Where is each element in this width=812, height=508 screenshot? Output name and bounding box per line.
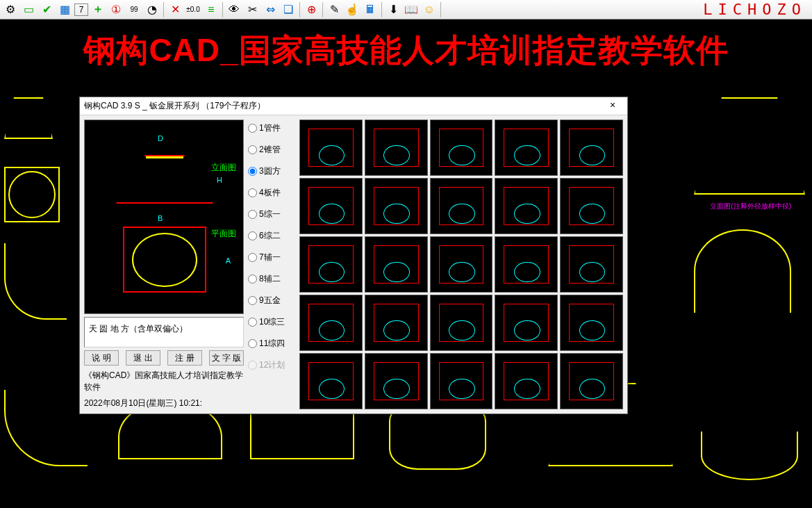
dialog-titlebar[interactable]: 钢构CAD 3.9 S _ 钣金展开系列 （179个子程序） × bbox=[80, 97, 627, 115]
plus-icon[interactable]: ＋ bbox=[90, 1, 106, 18]
elevation-label: 立面图 bbox=[211, 162, 236, 174]
shape-thumbnail[interactable] bbox=[365, 178, 428, 234]
eye-icon[interactable]: 👁 bbox=[226, 1, 242, 18]
zoom-plus-icon[interactable]: ⊕ bbox=[303, 1, 320, 18]
rect-green-icon[interactable]: ▭ bbox=[20, 1, 37, 18]
shape-thumbnail[interactable] bbox=[560, 120, 623, 176]
arrows-h-icon[interactable]: ⇔ bbox=[262, 1, 279, 18]
bg-sketch bbox=[4, 390, 88, 466]
shape-thumbnail[interactable] bbox=[299, 120, 363, 176]
thumbnail-grid bbox=[299, 120, 623, 409]
shape-thumbnail[interactable] bbox=[299, 178, 363, 234]
shape-thumbnail[interactable] bbox=[365, 353, 428, 409]
bg-sketch bbox=[694, 229, 791, 313]
check-icon[interactable]: ✔ bbox=[38, 1, 55, 18]
category-radio-2[interactable]: 2锥管 bbox=[248, 144, 295, 156]
category-radio-5[interactable]: 5综一 bbox=[248, 208, 295, 220]
scissors-icon[interactable]: ✂ bbox=[244, 1, 260, 18]
preview-elevation-shape bbox=[116, 155, 213, 204]
smiley-icon[interactable]: ☺ bbox=[421, 1, 438, 18]
shape-library-dialog: 钢构CAD 3.9 S _ 钣金展开系列 （179个子程序） × 立面图 D H… bbox=[79, 97, 628, 414]
register-button[interactable]: 注 册 bbox=[167, 350, 202, 366]
radio-input[interactable] bbox=[248, 339, 257, 348]
shape-thumbnail[interactable] bbox=[495, 295, 558, 351]
radio-input[interactable] bbox=[248, 188, 257, 197]
plan-label: 平面图 bbox=[211, 228, 236, 240]
radio-input[interactable] bbox=[248, 318, 257, 327]
shape-thumbnail[interactable] bbox=[365, 295, 428, 351]
category-radio-6[interactable]: 6综二 bbox=[248, 230, 295, 242]
radio-input[interactable] bbox=[248, 253, 257, 262]
bg-sketch bbox=[694, 97, 805, 195]
shape-thumbnail[interactable] bbox=[430, 178, 493, 234]
shape-thumbnail[interactable] bbox=[430, 236, 493, 293]
radio-label: 8辅二 bbox=[259, 273, 281, 285]
shape-thumbnail[interactable] bbox=[430, 353, 493, 409]
circle-1-icon[interactable]: ① bbox=[108, 1, 124, 18]
shape-thumbnail[interactable] bbox=[365, 120, 428, 176]
radio-label: 2锥管 bbox=[259, 144, 281, 156]
tolerance-icon[interactable]: ±0.0 bbox=[185, 1, 201, 18]
radio-label: 11综四 bbox=[259, 338, 285, 350]
category-radio-1[interactable]: 1管件 bbox=[248, 122, 295, 134]
separator bbox=[440, 2, 441, 17]
text-version-button[interactable]: 文 字 版 bbox=[209, 350, 244, 366]
category-radio-4[interactable]: 4板件 bbox=[248, 187, 295, 199]
shape-thumbnail[interactable] bbox=[299, 295, 363, 351]
category-radio-9[interactable]: 9五金 bbox=[248, 295, 295, 306]
preview-description: 天 圆 地 方（含单双偏心） bbox=[84, 317, 244, 347]
shape-thumbnail[interactable] bbox=[430, 295, 493, 351]
download-icon[interactable]: ⬇ bbox=[385, 1, 401, 18]
exit-button[interactable]: 退 出 bbox=[126, 350, 160, 366]
close-button[interactable]: × bbox=[602, 99, 623, 113]
fan-icon[interactable]: ◔ bbox=[144, 1, 160, 18]
gear-icon[interactable]: ⚙ bbox=[2, 1, 19, 18]
category-radio-3[interactable]: 3圆方 bbox=[248, 165, 295, 177]
shape-thumbnail[interactable] bbox=[560, 353, 623, 409]
dim-b: B bbox=[158, 214, 163, 222]
radio-input[interactable] bbox=[248, 167, 257, 176]
shape-thumbnail[interactable] bbox=[560, 295, 623, 351]
calculator-icon[interactable]: 🖩 bbox=[362, 1, 379, 18]
calendar-7-icon[interactable]: 7 bbox=[74, 3, 88, 16]
radio-input[interactable] bbox=[248, 296, 257, 305]
axis-icon[interactable]: ✕ bbox=[167, 1, 183, 18]
book-check-icon[interactable]: 📖 bbox=[403, 1, 420, 18]
category-radio-8[interactable]: 8辅二 bbox=[248, 273, 295, 285]
shape-thumbnail[interactable] bbox=[430, 120, 493, 176]
hand-icon[interactable]: ☝ bbox=[344, 1, 361, 18]
category-radio-12: 12计划 bbox=[248, 359, 295, 371]
category-radio-11[interactable]: 11综四 bbox=[248, 338, 295, 350]
radio-label: 3圆方 bbox=[259, 165, 281, 177]
shape-thumbnail[interactable] bbox=[495, 178, 558, 234]
separator bbox=[299, 2, 300, 17]
shape-thumbnail[interactable] bbox=[299, 353, 363, 409]
radio-input[interactable] bbox=[248, 145, 257, 154]
shape-thumbnail[interactable] bbox=[495, 120, 558, 176]
shape-thumbnail[interactable] bbox=[299, 236, 363, 293]
radio-label: 7辅一 bbox=[259, 252, 281, 263]
brush-icon[interactable]: ✎ bbox=[326, 1, 342, 18]
layers-icon[interactable]: ❏ bbox=[280, 1, 297, 18]
category-radio-7[interactable]: 7辅一 bbox=[248, 252, 295, 263]
shape-thumbnail[interactable] bbox=[495, 236, 558, 293]
radio-input[interactable] bbox=[248, 124, 257, 133]
bg-sketch bbox=[4, 167, 60, 222]
shape-thumbnail[interactable] bbox=[495, 353, 558, 409]
category-radio-10[interactable]: 10综三 bbox=[248, 316, 295, 328]
radio-label: 9五金 bbox=[259, 295, 281, 306]
preview-panel: 立面图 D H B 平面图 A 天 圆 地 方（含单双偏心） 说 明 退 出 注… bbox=[84, 120, 244, 409]
shape-thumbnail[interactable] bbox=[560, 236, 623, 293]
lines-icon[interactable]: ≡ bbox=[203, 1, 219, 18]
radio-input[interactable] bbox=[248, 231, 257, 240]
radio-input[interactable] bbox=[248, 210, 257, 219]
shape-thumbnail[interactable] bbox=[365, 236, 428, 293]
logo-text: LICHOZO bbox=[703, 1, 811, 18]
help-button[interactable]: 说 明 bbox=[84, 350, 119, 366]
radio-label: 1管件 bbox=[259, 122, 281, 134]
badge-99-icon[interactable]: 99 bbox=[126, 1, 142, 18]
grid-icon[interactable]: ▦ bbox=[56, 1, 73, 18]
radio-input[interactable] bbox=[248, 275, 257, 284]
shape-thumbnail[interactable] bbox=[560, 178, 623, 234]
separator bbox=[322, 2, 323, 17]
